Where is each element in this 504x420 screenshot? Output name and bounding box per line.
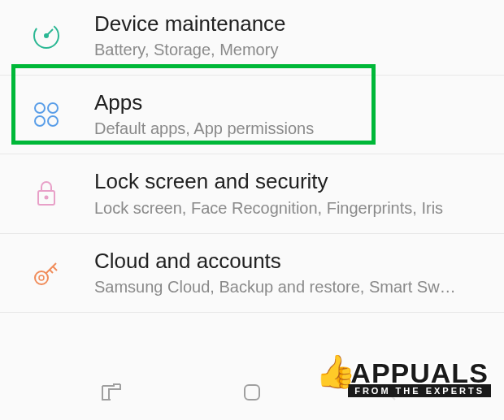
- svg-point-3: [35, 103, 45, 113]
- watermark-text-sub: FROM THE EXPERTS: [348, 384, 491, 397]
- settings-item-device-maintenance[interactable]: Device maintenance Battery, Storage, Mem…: [0, 0, 504, 76]
- settings-item-text: Apps Default apps, App permissions: [94, 90, 489, 139]
- settings-item-title: Device maintenance: [94, 11, 489, 37]
- svg-point-10: [39, 275, 44, 280]
- settings-item-lock-screen-security[interactable]: Lock screen and security Lock screen, Fa…: [0, 154, 504, 233]
- apps-icon: [29, 97, 63, 132]
- settings-item-subtitle: Default apps, App permissions: [94, 118, 489, 139]
- maintenance-icon: [29, 19, 63, 53]
- lock-icon: [29, 176, 63, 210]
- home-button[interactable]: [237, 378, 267, 407]
- settings-item-subtitle: Battery, Storage, Memory: [94, 39, 489, 60]
- settings-item-text: Cloud and accounts Samsung Cloud, Backup…: [94, 249, 489, 297]
- settings-item-text: Device maintenance Battery, Storage, Mem…: [94, 11, 489, 60]
- settings-item-text: Lock screen and security Lock screen, Fa…: [94, 169, 489, 218]
- watermark: 👍 APPUALS FROM THE EXPERTS: [348, 361, 491, 397]
- watermark-text-main: APPUALS: [350, 361, 488, 386]
- settings-item-subtitle: Samsung Cloud, Backup and restore, Smart…: [94, 276, 489, 297]
- key-icon: [29, 256, 63, 290]
- svg-point-5: [35, 116, 45, 126]
- svg-point-8: [45, 196, 49, 200]
- svg-line-12: [53, 266, 57, 271]
- settings-item-subtitle: Lock screen, Face Recognition, Fingerpri…: [94, 197, 489, 219]
- settings-item-title: Cloud and accounts: [94, 249, 489, 274]
- settings-item-apps[interactable]: Apps Default apps, App permissions: [0, 76, 504, 154]
- recents-button[interactable]: [97, 378, 126, 407]
- settings-item-cloud-accounts[interactable]: Cloud and accounts Samsung Cloud, Backup…: [0, 234, 504, 313]
- svg-point-4: [48, 103, 58, 113]
- thumbs-up-icon: 👍: [315, 353, 356, 391]
- settings-item-title: Lock screen and security: [94, 169, 489, 194]
- svg-line-2: [46, 29, 53, 36]
- settings-item-title: Apps: [94, 90, 489, 115]
- settings-list: Device maintenance Battery, Storage, Mem…: [0, 0, 504, 313]
- svg-line-13: [50, 270, 53, 273]
- svg-point-6: [48, 116, 58, 126]
- svg-rect-14: [245, 385, 259, 400]
